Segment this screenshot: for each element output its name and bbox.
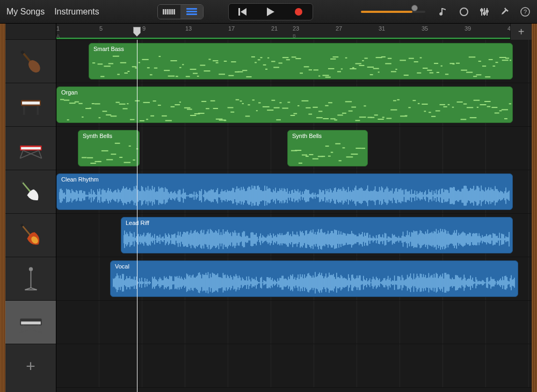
keyboard-view-button[interactable]	[158, 5, 180, 19]
svg-rect-196	[224, 120, 226, 121]
svg-rect-53	[150, 74, 153, 75]
svg-rect-232	[349, 111, 353, 112]
track-area[interactable]: 1A5913172123B2731353943 + Smart BassOrga…	[56, 24, 532, 392]
track-lane-bass[interactable]: Smart Bass	[56, 40, 532, 83]
help-icon[interactable]: ?	[520, 6, 531, 17]
svg-rect-134	[445, 74, 448, 75]
svg-rect-186	[187, 108, 192, 110]
svg-rect-114	[373, 68, 379, 69]
timeline-ruler[interactable]: 1A5913172123B2731353943 +	[56, 24, 532, 40]
svg-rect-270	[491, 107, 497, 108]
track-header-spare[interactable]	[5, 301, 56, 344]
svg-rect-229	[337, 114, 343, 115]
svg-rect-130	[430, 72, 433, 74]
svg-rect-234	[355, 120, 360, 121]
svg-rect-60	[179, 67, 182, 68]
svg-rect-58	[170, 60, 177, 61]
mixer-icon[interactable]	[479, 6, 490, 17]
svg-rect-216	[293, 113, 297, 114]
svg-rect-122	[400, 60, 406, 61]
svg-rect-136	[453, 63, 455, 64]
svg-rect-101	[330, 59, 336, 60]
track-header-lead[interactable]	[5, 214, 56, 257]
playhead-line	[137, 40, 137, 392]
svg-rect-187	[190, 115, 196, 116]
svg-rect-102	[332, 56, 338, 57]
svg-rect-283	[111, 154, 116, 155]
my-songs-button[interactable]: My Songs	[6, 7, 45, 17]
ruler-mark: 39	[465, 25, 471, 32]
svg-rect-277	[87, 157, 93, 158]
add-section-button[interactable]: +	[510, 24, 532, 40]
svg-rect-150	[502, 60, 509, 61]
previous-button[interactable]	[230, 5, 256, 19]
svg-rect-157	[75, 101, 79, 103]
svg-rect-247	[405, 115, 408, 117]
ruler-spacer	[5, 24, 56, 40]
svg-rect-108	[355, 63, 361, 64]
svg-rect-296	[313, 158, 318, 159]
svg-rect-17	[21, 147, 41, 149]
region-lead-riff[interactable]: Lead Riff	[121, 217, 513, 253]
svg-rect-228	[334, 119, 337, 120]
region-smart-bass[interactable]: Smart Bass	[89, 43, 513, 79]
svg-rect-94	[304, 66, 309, 67]
svg-rect-50	[139, 62, 140, 63]
svg-rect-226	[328, 102, 332, 103]
svg-rect-213	[282, 107, 288, 108]
record-icon	[295, 8, 302, 16]
record-button[interactable]	[286, 5, 311, 19]
svg-rect-272	[499, 110, 502, 111]
ruler-mark: 31	[379, 25, 385, 32]
track-lane-lead[interactable]: Lead Riff	[56, 214, 532, 257]
region-clean-rhythm[interactable]: Clean Rhythm	[56, 173, 513, 210]
track-lane-vocal[interactable]: Vocal	[56, 257, 532, 301]
svg-rect-67	[204, 70, 210, 71]
svg-rect-13	[22, 101, 40, 105]
region-synth-bells[interactable]: Synth Bells	[78, 130, 140, 166]
instruments-button[interactable]: Instruments	[54, 7, 99, 17]
svg-rect-170	[122, 108, 127, 109]
tracks-view-button[interactable]	[180, 5, 203, 19]
play-button[interactable]	[258, 5, 284, 19]
track-header-bass[interactable]	[5, 40, 56, 83]
track-lane-synth[interactable]: Synth BellsSynth Bells	[56, 127, 532, 170]
svg-rect-219	[306, 107, 310, 108]
master-volume-slider[interactable]	[361, 7, 425, 17]
note-icon[interactable]	[438, 6, 449, 17]
loop-icon[interactable]	[459, 6, 469, 17]
svg-rect-193	[213, 108, 218, 109]
svg-rect-38	[92, 62, 95, 63]
svg-rect-261	[461, 119, 467, 120]
track-header-synth[interactable]	[5, 127, 56, 170]
track-lane-spare[interactable]	[56, 301, 532, 344]
svg-rect-204	[252, 99, 255, 100]
previous-icon	[238, 8, 246, 16]
track-header-vocal[interactable]	[5, 257, 56, 301]
add-track-button[interactable]: +	[5, 344, 56, 388]
track-header-rhythm[interactable]	[5, 170, 56, 214]
region-vocal[interactable]: Vocal	[110, 260, 518, 297]
track-lane-organ[interactable]: Organ	[56, 83, 532, 127]
ruler-mark: 23B	[293, 25, 299, 32]
region-synth-bells[interactable]: Synth Bells	[287, 130, 368, 166]
wood-edge-right	[532, 24, 537, 392]
svg-rect-161	[90, 107, 91, 108]
region-organ[interactable]: Organ	[56, 86, 513, 123]
svg-rect-244	[393, 100, 396, 101]
svg-rect-175	[143, 102, 150, 103]
track-lane-rhythm[interactable]: Clean Rhythm	[56, 170, 532, 214]
svg-rect-93	[300, 72, 303, 74]
svg-rect-248	[408, 107, 410, 108]
svg-rect-249	[412, 100, 416, 101]
svg-rect-221	[313, 107, 317, 108]
svg-rect-62	[186, 76, 190, 77]
svg-rect-201	[242, 103, 244, 104]
settings-icon[interactable]	[499, 6, 510, 17]
svg-rect-51	[142, 59, 148, 60]
svg-rect-105	[345, 57, 347, 59]
track-header-organ[interactable]	[5, 83, 56, 127]
svg-rect-52	[147, 67, 150, 68]
svg-rect-184	[179, 101, 181, 103]
svg-rect-133	[441, 66, 442, 67]
